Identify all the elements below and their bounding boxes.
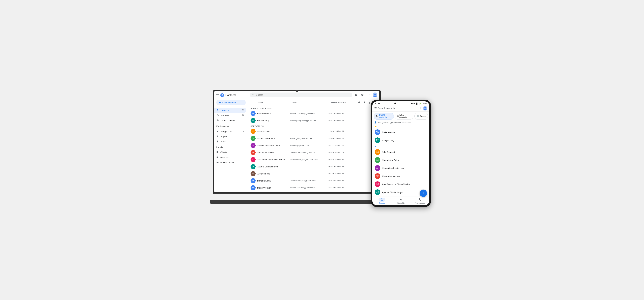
phone-starred-header: ★ xyxy=(372,125,429,128)
phone-topbar: ☰ Search contacts ⋮ xyxy=(372,105,429,112)
svg-text:AO: AO xyxy=(376,183,379,185)
tab-phone-contacts[interactable]: 📞 Phone contacts xyxy=(374,113,394,120)
contact-avatar: AL xyxy=(250,171,256,176)
contacts-section-header: CONTACTS (39) xyxy=(248,124,379,128)
contact-avatar: AB xyxy=(250,164,256,169)
bottom-highlights-icon xyxy=(398,198,404,202)
help-button[interactable] xyxy=(354,92,358,97)
trash-nav-label: Trash xyxy=(221,140,226,143)
contact-row[interactable]: BA Bintang Anwar anwarbintang11@gmail.co… xyxy=(248,177,379,184)
account-info: elisa.g.beckett@gmail.com • 39 contacts xyxy=(378,121,411,123)
laptop-camera xyxy=(296,90,298,92)
svg-text:AM: AM xyxy=(252,152,254,154)
sidebar-item-trash[interactable]: Trash xyxy=(214,139,246,144)
svg-text:AM: AM xyxy=(376,175,379,177)
phone-contact-name: Ana Beatriz da Silva Oliveira xyxy=(382,183,410,186)
phone-contact-list[interactable]: ★ BW Blake Weaver EY Evelyn Yang A AS Ad… xyxy=(372,125,429,196)
add-label-button[interactable]: + xyxy=(244,146,246,149)
user-avatar[interactable] xyxy=(373,92,377,97)
phone-contact-row[interactable]: AA Ahmad Aby Bakar xyxy=(372,156,429,164)
status-time: 10:00 xyxy=(375,102,380,104)
phone-contacts-render: ★ BW Blake Weaver EY Evelyn Yang A AS Ad… xyxy=(372,125,429,196)
label-personal-name: Personal xyxy=(220,156,229,159)
contact-row[interactable]: AM Alexander Meinerz meinerz.alexander@w… xyxy=(248,149,379,156)
svg-text:BW: BW xyxy=(252,112,254,114)
phone-contact-row[interactable]: BW Blake Weaver xyxy=(372,128,429,136)
sidebar-item-contacts[interactable]: Contacts 39 xyxy=(214,108,246,113)
bottom-fix-icon xyxy=(416,198,423,202)
contact-scroll[interactable]: STARRED CONTACTS (2) BW Blake Weaver wea… xyxy=(248,106,379,192)
contact-avatar: BW xyxy=(250,185,256,190)
merge-icon xyxy=(216,130,219,133)
contact-row[interactable]: AO Ana Beatriz da Silva Oliveira anabeaa… xyxy=(248,156,379,163)
label-clients-icon xyxy=(216,151,219,154)
contact-row[interactable]: AL Arif Lesmono +1 201-555-0134 xyxy=(248,170,379,177)
phone-contact-row[interactable]: EY Evelyn Yang xyxy=(372,136,429,144)
contact-row[interactable]: AA Ahmad Abu Bakar ahmad_ab@hotmail.com … xyxy=(248,135,379,142)
contact-phone: +1 551-555-0157 xyxy=(328,158,355,161)
phone-contact-row[interactable]: AM Alexander Meinerz xyxy=(372,172,429,180)
contact-row[interactable]: AS Adal Schmidt +1 491-555-0164 xyxy=(248,128,379,135)
svg-text:EY: EY xyxy=(376,139,379,141)
phone-contact-name: Adal Schmidt xyxy=(382,151,395,153)
sidebar-item-import[interactable]: Import xyxy=(214,134,246,139)
label-clients[interactable]: Clients xyxy=(214,150,246,155)
contact-list-header: Name Email Phone number ⋮ xyxy=(248,99,379,106)
label-project-clover-name: Project Clover xyxy=(220,161,234,164)
contact-name: Blake Weaver xyxy=(257,187,288,189)
phone-tabs: 📞 Phone contacts ✉ Email contacts 🏢 Com.… xyxy=(372,112,429,121)
contact-row[interactable]: AB Aparna Bhattacharya +1 919-555-0162 xyxy=(248,163,379,170)
contact-email: evelyn.yang1998@gmail.com xyxy=(290,119,327,122)
contact-phone: +1 491-555-0164 xyxy=(328,130,355,133)
sidebar-item-other[interactable]: Other contacts ℹ xyxy=(214,118,246,123)
contact-row[interactable]: BW Blake Weaver weaver.blake98@gmail.com… xyxy=(248,110,379,117)
phone-tab-phone-icon: 📞 xyxy=(376,115,378,117)
sidebar-item-merge[interactable]: Merge & fix 4 xyxy=(214,129,246,134)
contact-name: Alana Cavalcante Lima xyxy=(257,144,288,147)
sidebar-item-frequent[interactable]: Frequent 26 xyxy=(214,113,246,118)
search-bar[interactable] xyxy=(250,92,352,97)
svg-text:AA: AA xyxy=(376,159,379,161)
merge-nav-label: Merge & fix xyxy=(221,130,232,133)
tab-email-contacts[interactable]: ✉ Email contacts xyxy=(395,113,414,120)
phone-fab-button[interactable]: + xyxy=(420,190,427,197)
col-phone-header: Phone number xyxy=(331,101,356,103)
bottom-nav-highlights[interactable]: Highlights xyxy=(391,197,410,205)
contact-name: Aparna Bhattacharya xyxy=(257,165,288,168)
col-name-header: Name xyxy=(258,101,291,103)
contact-row[interactable]: EY Evelyn Yang evelyn.yang1998@gmail.com… xyxy=(248,117,379,124)
frequent-nav-icon xyxy=(216,114,219,117)
bottom-nav-fix[interactable]: Fix & manage xyxy=(410,197,429,205)
contacts-nav-icon xyxy=(216,109,219,112)
contact-row[interactable]: BW Blake Weaver weaver.blake98@gmail.com… xyxy=(248,184,379,191)
contact-name: Alexander Meinerz xyxy=(257,151,288,154)
phone-camera-dot xyxy=(394,103,396,104)
bottom-nav-contacts[interactable]: Contacts xyxy=(372,197,391,205)
merge-badge: 4 xyxy=(243,130,244,133)
trash-icon xyxy=(216,140,219,143)
contact-row[interactable]: AL Alana Cavalcante Lima alana.cl@yahoo.… xyxy=(248,142,379,149)
label-project-clover[interactable]: Project Clover xyxy=(214,160,246,165)
create-contact-button[interactable]: + Create contact xyxy=(216,100,246,105)
phone-menu-icon[interactable]: ☰ xyxy=(374,107,377,110)
export-button[interactable] xyxy=(362,100,366,105)
phone-a-section-header: A xyxy=(372,144,429,148)
hamburger-icon[interactable] xyxy=(216,94,219,96)
phone-screen: 10:00 ▾ LTE ▐▐▐ 🔋 100% ☰ Search contacts… xyxy=(372,101,429,205)
search-input[interactable] xyxy=(256,93,350,96)
other-info-icon: ℹ xyxy=(244,119,244,121)
apps-button[interactable] xyxy=(366,92,371,97)
phone-more-icon[interactable]: ⋮ xyxy=(419,107,422,110)
tab-company-contacts[interactable]: 🏢 Com... xyxy=(414,113,428,120)
phone-contact-row[interactable]: AL Alana Cavalcante Lima xyxy=(372,164,429,172)
svg-text:BW: BW xyxy=(376,131,379,133)
phone-search-text[interactable]: Search contacts xyxy=(378,107,418,110)
svg-text:AL: AL xyxy=(252,144,254,146)
phone-contact-row[interactable]: AS Adal Schmidt xyxy=(372,148,429,156)
phone-user-avatar[interactable] xyxy=(423,106,427,110)
print-button[interactable] xyxy=(357,100,362,105)
phone-contact-row[interactable]: AO Ana Beatriz da Silva Oliveira xyxy=(372,180,429,188)
label-personal[interactable]: Personal xyxy=(214,155,246,160)
settings-button[interactable] xyxy=(360,92,365,97)
contact-name: Adal Schmidt xyxy=(257,130,288,133)
